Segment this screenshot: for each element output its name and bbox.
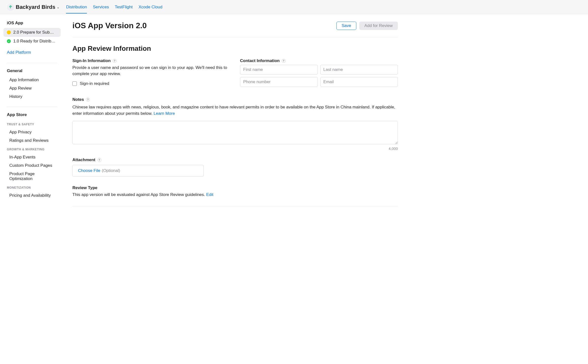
notes-char-count: 4,000 [72,146,398,151]
add-platform-link[interactable]: Add Platform [0,47,64,57]
sidebar-item-custom-product-pages[interactable]: Custom Product Pages [0,161,64,170]
version-list: 2.0 Prepare for Submissi… ✓ 1.0 Ready fo… [0,28,64,47]
sidebar-item-app-review[interactable]: App Review [0,84,64,92]
contact-label-row: Contact Information ? [240,58,398,63]
attachment-block: Attachment ? Choose File (Optional) [72,157,398,177]
file-chooser[interactable]: Choose File (Optional) [72,165,204,177]
divider [7,63,57,63]
contact-input-grid [240,65,398,87]
sidebar-appstore-title: App Store [0,112,64,120]
phone-field[interactable] [240,77,318,87]
sidebar-item-app-information[interactable]: App Information [0,76,64,84]
contact-label: Contact Information [240,58,280,63]
signin-required-checkbox[interactable] [72,81,77,86]
help-icon[interactable]: ? [113,59,117,63]
status-ready-icon: ✓ [7,39,11,43]
first-name-field[interactable] [240,65,318,75]
save-button[interactable]: Save [336,22,356,30]
tab-services[interactable]: Services [93,1,109,13]
divider [7,107,57,107]
signin-required-checkbox-row[interactable]: Sign-in required [72,81,230,86]
help-icon[interactable]: ? [97,158,101,162]
tab-testflight[interactable]: TestFlight [115,1,133,13]
sidebar-item-inapp-events[interactable]: In-App Events [0,153,64,161]
signin-contact-row: Sign-In Information ? Provide a user nam… [72,58,398,87]
optional-label: (Optional) [102,168,120,173]
last-name-field[interactable] [320,65,398,75]
edit-link[interactable]: Edit [206,192,213,197]
tab-distribution[interactable]: Distribution [66,1,87,13]
notes-textarea[interactable] [72,121,398,144]
attachment-label-row: Attachment ? [72,157,398,162]
signin-label-row: Sign-In Information ? [72,58,230,63]
chevron-down-icon: ⌄ [57,5,60,9]
review-type-desc-text: This app version will be evaluated again… [72,192,206,197]
notes-label: Notes [72,97,84,102]
sidebar-item-ratings-reviews[interactable]: Ratings and Reviews [0,136,64,145]
section-title: App Review Information [72,45,398,52]
page-title: iOS App Version 2.0 [72,21,147,30]
signin-required-label: Sign-in required [80,81,109,86]
review-type-block: Review Type This app version will be eva… [72,185,398,206]
app-icon [7,3,14,11]
notes-desc: Chinese law requires apps with news, rel… [72,104,398,117]
review-type-desc: This app version will be evaluated again… [72,192,398,197]
notes-desc-text: Chinese law requires apps with news, rel… [72,105,395,116]
add-for-review-button: Add for Review [359,22,398,30]
choose-file-link: Choose File [78,168,100,173]
sidebar: iOS App 2.0 Prepare for Submissi… ✓ 1.0 … [0,14,64,221]
help-icon[interactable]: ? [282,59,286,63]
sidebar-growth-marketing-title: GROWTH & MARKETING [0,145,64,153]
review-type-label-row: Review Type [72,185,398,190]
sidebar-monetization-title: MONETIZATION [0,183,64,191]
top-nav: Distribution Services TestFlight Xcode C… [66,1,162,13]
signin-desc: Provide a user name and password so we c… [72,65,230,77]
tab-xcodecloud[interactable]: Xcode Cloud [138,1,162,13]
attachment-label: Attachment [72,157,95,162]
notes-block: Notes ? Chinese law requires apps with n… [72,97,398,151]
email-field[interactable] [320,77,398,87]
top-header: Backyard Birds ⌄ Distribution Services T… [0,0,588,14]
status-pending-icon [7,30,11,34]
main-content: iOS App Version 2.0 Save Add for Review … [64,14,408,221]
sidebar-item-history[interactable]: History [0,92,64,101]
sidebar-item-pricing-availability[interactable]: Pricing and Availability [0,191,64,200]
learn-more-link[interactable]: Learn More [154,111,175,116]
version-label: 1.0 Ready for Distribution [13,39,57,44]
signin-label: Sign-In Information [72,58,111,63]
sidebar-version-item[interactable]: ✓ 1.0 Ready for Distribution [3,37,61,46]
header-actions: Save Add for Review [336,22,398,30]
contact-block: Contact Information ? [240,58,398,87]
sidebar-ios-app-title: iOS App [0,21,64,28]
sidebar-general-title: General [0,68,64,76]
sidebar-item-product-page-optimization[interactable]: Product Page Optimization [0,170,64,183]
sidebar-item-app-privacy[interactable]: App Privacy [0,128,64,136]
help-icon[interactable]: ? [86,98,90,102]
sidebar-trust-safety-title: TRUST & SAFETY [0,120,64,128]
review-type-label: Review Type [72,185,97,190]
page-header: iOS App Version 2.0 Save Add for Review [72,21,398,37]
app-name: Backyard Birds [16,4,55,10]
signin-block: Sign-In Information ? Provide a user nam… [72,58,230,87]
app-switcher[interactable]: Backyard Birds ⌄ [7,3,60,11]
version-label: 2.0 Prepare for Submissi… [13,30,57,35]
notes-label-row: Notes ? [72,97,398,102]
sidebar-version-item[interactable]: 2.0 Prepare for Submissi… [3,28,61,37]
